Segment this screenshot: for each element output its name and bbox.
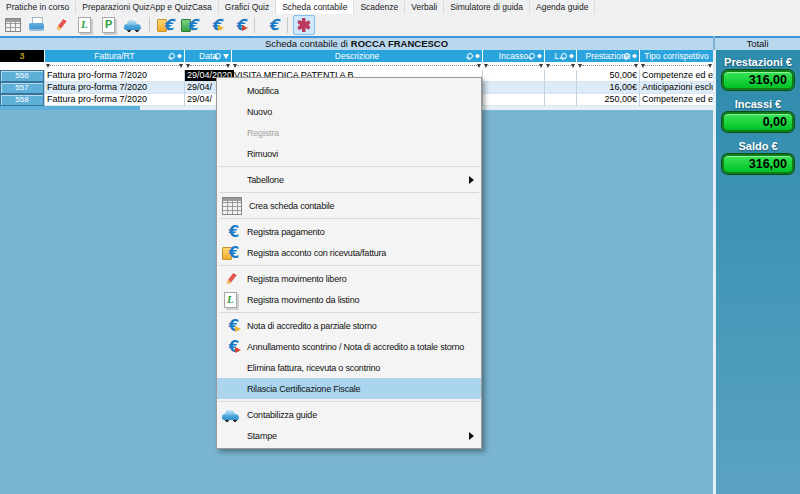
col-tipo-corrispettivo[interactable]: Tipo corrispettivo — [640, 50, 713, 62]
sort-filter-icon — [537, 54, 542, 59]
cell-tipo-corrispettivo[interactable]: Anticipazioni esclus — [640, 82, 713, 94]
menu-item-registra-acconto[interactable]: Registra acconto con ricevuta/fattura — [217, 242, 481, 263]
app-window: Pratiche in corso Preparazioni QuizApp e… — [0, 0, 800, 494]
movimento-libero-button[interactable] — [50, 15, 72, 35]
filter-handle-icon[interactable] — [477, 64, 481, 68]
scrollbar-thumb[interactable] — [0, 106, 140, 110]
cell-fattura[interactable]: Fattura pro-forma 7/2020 — [45, 82, 184, 94]
filter-handle-icon[interactable] — [226, 64, 230, 68]
menu-item-stampe[interactable]: Stampe — [217, 425, 481, 446]
tab-grafici-quiz[interactable]: Grafici Quiz — [219, 0, 276, 14]
filter-handle-icon[interactable] — [578, 64, 582, 68]
tab-preparazioni-quizapp[interactable]: Preparazioni QuizApp e QuizCasa — [76, 0, 218, 14]
total-label: Saldo € — [716, 140, 800, 152]
menu-item-nota-accredito-parziale[interactable]: Nota di accredito a parziale storno — [217, 315, 481, 336]
table-button[interactable] — [2, 15, 24, 35]
col-incasso[interactable]: Incasso — [483, 50, 544, 62]
filter-cell[interactable] — [545, 62, 576, 70]
cell-tipo-corrispettivo[interactable]: Competenze ed es — [640, 70, 713, 82]
filter-cell[interactable] — [483, 62, 544, 70]
table-header: 3 Fattura/RT Data Descrizione — [0, 50, 713, 62]
row-id-cell[interactable]: 556 — [0, 70, 44, 82]
filter-handle-icon[interactable] — [571, 64, 575, 68]
menu-item-registra-movimento-da-listino[interactable]: Registra movimento da listino — [217, 289, 481, 310]
menu-item-elimina-fattura[interactable]: Elimina fattura, ricevuta o scontrino — [217, 357, 481, 378]
cell-incasso[interactable] — [483, 94, 544, 106]
filter-handle-icon[interactable] — [186, 64, 190, 68]
filter-cell[interactable] — [0, 62, 44, 70]
sort-filter-icon — [177, 54, 182, 59]
filter-handle-icon[interactable] — [484, 64, 488, 68]
tab-scheda-contabile[interactable]: Scheda contabile — [276, 0, 354, 14]
cell-fattura[interactable]: Fattura pro-forma 7/2020 — [45, 94, 184, 106]
cell-l[interactable] — [545, 70, 576, 82]
tab-pratiche-in-corso[interactable]: Pratiche in corso — [0, 0, 76, 14]
asterisk-button[interactable] — [293, 15, 315, 35]
car-icon — [222, 407, 240, 423]
menu-item-nuovo[interactable]: Nuovo — [217, 101, 481, 122]
menu-item-registra-movimento-libero[interactable]: Registra movimento libero — [217, 268, 481, 289]
menu-item-annullamento-scontrino[interactable]: Annullamento scontrino / Nota di accredi… — [217, 336, 481, 357]
col-descrizione[interactable]: Descrizione — [232, 50, 482, 62]
filter-handle-icon[interactable] — [546, 64, 550, 68]
listino-button[interactable] — [74, 15, 96, 35]
filter-cell[interactable] — [640, 62, 713, 70]
col-prestazione[interactable]: Prestazione — [577, 50, 639, 62]
printer-icon — [28, 17, 46, 33]
menu-item-rilascia-certificazione-fiscale[interactable]: Rilascia Certificazione Fiscale — [217, 378, 481, 399]
menu-item-contabilizza-guide[interactable]: Contabilizza guide — [217, 404, 481, 425]
menu-item-crea-scheda-contabile[interactable]: Crea scheda contabile — [217, 195, 481, 216]
menu-item-label: Modifica — [247, 86, 470, 96]
row-id-cell[interactable]: 557 — [0, 82, 44, 94]
column-label: Incasso — [499, 51, 528, 61]
filter-cell[interactable] — [45, 62, 184, 70]
tab-agenda-guide[interactable]: Agenda guide — [530, 0, 595, 14]
filter-handle-icon[interactable] — [233, 64, 237, 68]
menu-item-modifica[interactable]: Modifica — [217, 80, 481, 101]
toolbar — [0, 14, 800, 36]
menu-item-tabellone[interactable]: Tabellone — [217, 169, 481, 190]
search-icon — [467, 53, 473, 59]
cell-l[interactable] — [545, 82, 576, 94]
nota-accredito-totale-button[interactable] — [227, 15, 249, 35]
menu-item-label: Contabilizza guide — [247, 410, 470, 420]
cell-fattura[interactable]: Fattura pro-forma 7/2020 — [45, 70, 184, 82]
tab-label: Agenda guide — [536, 2, 588, 12]
menu-item-rimuovi[interactable]: Rimuovi — [217, 143, 481, 164]
menu-item-label: Registra movimento da listino — [247, 295, 470, 305]
search-icon — [529, 53, 535, 59]
nota-accredito-parziale-button[interactable] — [203, 15, 225, 35]
euro-button[interactable] — [260, 15, 282, 35]
filter-handle-icon[interactable] — [641, 64, 645, 68]
cell-prestazione[interactable]: 16,00€ — [577, 82, 639, 94]
cell-prestazione[interactable]: 250,00€ — [577, 94, 639, 106]
col-fattura-rt[interactable]: Fattura/RT — [45, 50, 184, 62]
cell-tipo-corrispettivo[interactable]: Competenze ed es — [640, 94, 713, 106]
cell-prestazione[interactable]: 50,00€ — [577, 70, 639, 82]
tab-verbali[interactable]: Verbali — [405, 0, 444, 14]
filter-handle-icon[interactable] — [708, 64, 712, 68]
filter-handle-icon[interactable] — [46, 64, 50, 68]
filter-cell[interactable] — [577, 62, 639, 70]
col-l[interactable]: L... — [545, 50, 576, 62]
tab-scadenze[interactable]: Scadenze — [354, 0, 405, 14]
row-id-cell[interactable]: 558 — [0, 94, 44, 106]
filter-handle-icon[interactable] — [634, 64, 638, 68]
menu-separator — [219, 401, 479, 402]
guide-button[interactable] — [122, 15, 144, 35]
cell-incasso[interactable] — [483, 70, 544, 82]
print-button[interactable] — [26, 15, 48, 35]
acconto-button[interactable] — [155, 15, 177, 35]
cell-l[interactable] — [545, 94, 576, 106]
filter-cell[interactable] — [185, 62, 231, 70]
filter-handle-icon[interactable] — [539, 64, 543, 68]
cell-incasso[interactable] — [483, 82, 544, 94]
filter-handle-icon[interactable] — [179, 64, 183, 68]
tab-simulatore-di-guida[interactable]: Simulatore di guida — [444, 0, 530, 14]
preventivo-button[interactable] — [98, 15, 120, 35]
menu-item-registra-pagamento[interactable]: Registra pagamento — [217, 221, 481, 242]
sheet-title-prefix: Scheda contabile di — [265, 38, 348, 49]
pagamento-button[interactable] — [179, 15, 201, 35]
filter-cell[interactable] — [232, 62, 482, 70]
col-data[interactable]: Data — [185, 50, 231, 62]
